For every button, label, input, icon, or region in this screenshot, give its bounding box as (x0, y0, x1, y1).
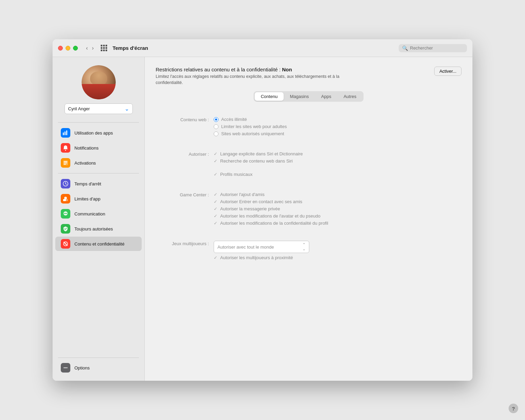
spacer-2 (156, 185, 462, 192)
check-ajout-amis-mark: ✓ (214, 192, 217, 197)
forward-button[interactable]: › (90, 44, 95, 52)
sidebar-item-toujours-autorisees[interactable]: Toujours autorisées (55, 222, 142, 236)
toujours-icon (61, 224, 70, 234)
restriction-desc: Limitez l'accès aux réglages relatifs au… (156, 74, 360, 86)
svg-rect-8 (64, 164, 66, 165)
radio-adultes-label: Limiter les sites web pour adultes (221, 124, 287, 129)
communication-icon (61, 209, 70, 219)
profils-empty-label (156, 172, 214, 172)
jeux-label: Jeux multijoueurs : (156, 241, 214, 246)
activate-button[interactable]: Activer... (434, 67, 462, 76)
radio-adultes[interactable]: Limiter les sites web pour adultes (214, 124, 462, 129)
jeux-dropdown[interactable]: Autoriser avec tout le monde ⌃⌄ (214, 241, 309, 253)
check-modif-confidentialite[interactable]: ✓ Autoriser les modifications de la conf… (214, 221, 462, 226)
check-langage-mark: ✓ (214, 151, 217, 156)
sidebar-item-communication[interactable]: Communication (55, 207, 142, 221)
grid-icon (101, 45, 107, 51)
jeux-options: Autoriser avec tout le monde ⌃⌄ ✓ Autori… (214, 241, 462, 260)
radio-autorises[interactable]: Sites web autorisés uniquement (214, 131, 462, 136)
svg-rect-2 (66, 130, 67, 135)
contenu-web-options: Accès illimité Limiter les sites web pou… (214, 117, 462, 136)
check-profils[interactable]: ✓ Profils musicaux (214, 172, 462, 177)
autoriser-options: ✓ Langage explicite dans Siri et Diction… (214, 151, 462, 164)
sidebar-item-utilisation[interactable]: Utilisation des apps (55, 126, 142, 140)
check-langage[interactable]: ✓ Langage explicite dans Siri et Diction… (214, 151, 462, 156)
radio-illimite[interactable]: Accès illimité (214, 117, 462, 122)
sidebar-item-temps-arret[interactable]: Temps d'arrêt (55, 177, 142, 191)
sidebar-item-activations[interactable]: Activations (55, 156, 142, 170)
help-button[interactable]: ? (509, 404, 518, 413)
radio-autorises-circle (214, 131, 218, 136)
sidebar-bottom: Options (53, 352, 144, 375)
check-profils-label: Profils musicaux (220, 172, 253, 177)
svg-rect-0 (63, 132, 64, 135)
sidebar-item-notifications[interactable]: Notifications (55, 141, 142, 155)
svg-point-4 (65, 150, 66, 151)
check-recherche-mark: ✓ (214, 158, 217, 164)
check-recherche[interactable]: ✓ Recherche de contenu web dans Siri (214, 158, 462, 164)
radio-illimite-circle (214, 117, 218, 122)
search-box[interactable]: 🔍 (399, 44, 467, 52)
avatar-image (82, 65, 116, 99)
check-profils-mark: ✓ (214, 172, 217, 177)
user-dropdown[interactable]: Cyril Anger ⌄ (65, 103, 133, 114)
maximize-button[interactable] (73, 46, 78, 51)
sidebar-divider-1 (58, 122, 139, 123)
limites-app-icon (61, 194, 70, 204)
chevron-updown-icon: ⌃⌄ (302, 242, 306, 251)
check-confidentialite-label: Autoriser les modifications de la confid… (220, 221, 328, 226)
contenu-web-section: Contenu web : Accès illimité Limiter les… (156, 117, 462, 136)
svg-line-11 (66, 184, 67, 184)
tab-apps[interactable]: Apps (315, 92, 338, 101)
options-icon (61, 363, 70, 373)
temps-arret-icon (61, 179, 70, 188)
sidebar: Cyril Anger ⌄ Utilisation des apps (53, 57, 145, 381)
check-langage-label: Langage explicite dans Siri et Dictionna… (220, 151, 303, 156)
tab-contenu[interactable]: Contenu (255, 92, 284, 101)
game-center-row: Game Center : ✓ Autoriser l'ajout d'amis… (156, 192, 462, 226)
utilisation-icon (61, 128, 70, 138)
svg-point-16 (64, 213, 65, 214)
sidebar-item-limites-app[interactable]: Limites d'app (55, 192, 142, 206)
sidebar-item-options[interactable]: Options (55, 361, 142, 375)
check-contact-amis[interactable]: ✓ Autoriser Entrer en contact avec ses a… (214, 199, 462, 204)
search-input[interactable] (410, 45, 464, 51)
game-center-section: Game Center : ✓ Autoriser l'ajout d'amis… (156, 192, 462, 226)
svg-point-17 (65, 213, 66, 214)
game-center-options: ✓ Autoriser l'ajout d'amis ✓ Autoriser E… (214, 192, 462, 226)
profils-options: ✓ Profils musicaux (214, 172, 462, 177)
check-messagerie-privee[interactable]: ✓ Autoriser la messagerie privée (214, 206, 462, 211)
user-name: Cyril Anger (68, 106, 90, 111)
notifications-icon (61, 143, 70, 153)
limites-app-label: Limites d'app (74, 196, 100, 201)
main-panel: Restrictions relatives au contenu et à l… (145, 57, 472, 381)
temps-arret-label: Temps d'arrêt (74, 181, 101, 186)
check-ajout-amis[interactable]: ✓ Autoriser l'ajout d'amis (214, 192, 462, 197)
contenu-label: Contenu et confidentialité (74, 241, 125, 247)
svg-point-23 (65, 367, 66, 368)
user-section: Cyril Anger ⌄ (53, 62, 144, 120)
avatar (82, 65, 116, 99)
check-modif-avatar[interactable]: ✓ Autoriser les modifications de l'avata… (214, 213, 462, 219)
profils-row: ✓ Profils musicaux (156, 172, 462, 177)
tab-magasins[interactable]: Magasins (284, 92, 315, 101)
activations-label: Activations (74, 160, 96, 166)
autoriser-section: Autoriser : ✓ Langage explicite dans Sir… (156, 151, 462, 164)
tab-autres[interactable]: Autres (337, 92, 363, 101)
content-area: Cyril Anger ⌄ Utilisation des apps (53, 57, 472, 381)
restriction-info: Restrictions relatives au contenu et à l… (156, 67, 360, 86)
svg-rect-6 (64, 161, 67, 162)
sidebar-item-contenu-confidentialite[interactable]: Contenu et confidentialité (55, 237, 142, 251)
tab-container: Contenu Magasins Apps Autres (156, 91, 462, 110)
grid-button[interactable] (101, 45, 107, 51)
check-ajout-amis-label: Autoriser l'ajout d'amis (220, 192, 265, 197)
radio-adultes-circle (214, 124, 218, 129)
restriction-header: Restrictions relatives au contenu et à l… (156, 67, 462, 86)
close-button[interactable] (58, 46, 63, 51)
check-avatar-mark: ✓ (214, 213, 217, 219)
check-proximity-mark: ✓ (214, 255, 217, 260)
svg-rect-7 (64, 163, 67, 163)
back-button[interactable]: ‹ (85, 44, 89, 52)
minimize-button[interactable] (66, 46, 70, 51)
check-proximity[interactable]: ✓ Autoriser les multijoueurs à proximité (214, 255, 462, 260)
